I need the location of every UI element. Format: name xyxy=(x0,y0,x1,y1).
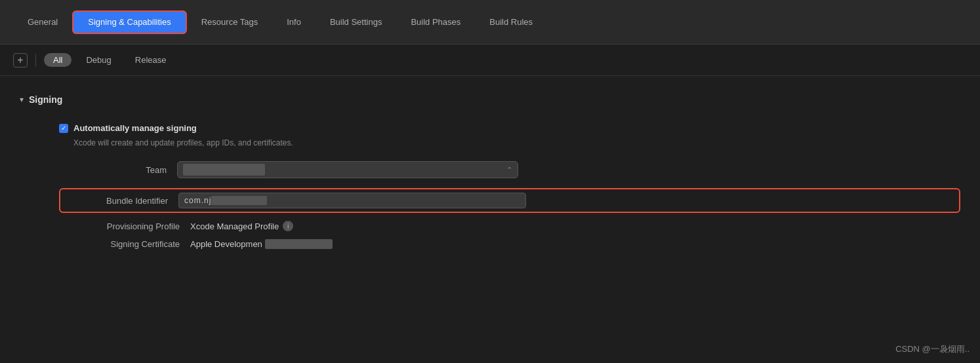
tab-build-phases[interactable]: Build Phases xyxy=(396,10,475,34)
provisioning-row: Provisioning Profile Xcode Managed Profi… xyxy=(59,221,960,231)
subtab-debug[interactable]: Debug xyxy=(77,53,120,67)
provisioning-label: Provisioning Profile xyxy=(59,221,190,231)
subtab-bar: + All Debug Release xyxy=(0,45,980,76)
info-icon[interactable]: i xyxy=(283,221,293,231)
auto-sign-row: ✓ Automatically manage signing xyxy=(59,123,960,133)
tab-build-settings[interactable]: Build Settings xyxy=(316,10,397,34)
main-content: ▾ Signing ✓ Automatically manage signing… xyxy=(0,76,980,270)
signing-certificate-value: Apple Developmen xyxy=(190,239,333,249)
auto-sign-label: Automatically manage signing xyxy=(73,123,197,133)
team-dropdown[interactable]: ⌃ xyxy=(177,161,518,178)
signing-section-title: Signing xyxy=(29,94,62,105)
team-value: ⌃ xyxy=(177,161,571,178)
chevron-down-icon: ⌃ xyxy=(506,166,512,174)
tab-build-rules[interactable]: Build Rules xyxy=(475,10,547,34)
signing-section-header: ▾ Signing xyxy=(20,89,960,110)
auto-sign-checkbox[interactable]: ✓ xyxy=(59,124,68,133)
team-label: Team xyxy=(59,165,177,175)
cert-blurred xyxy=(265,239,333,249)
watermark: CSDN @一袅烟雨.. xyxy=(895,343,970,355)
provisioning-value: Xcode Managed Profile i xyxy=(190,221,293,231)
tab-bar: General Signing & Capabilities Resource … xyxy=(0,0,980,45)
team-row: Team ⌃ xyxy=(59,159,960,180)
chevron-down-icon: ▾ xyxy=(20,95,24,104)
bundle-identifier-input[interactable]: com.nj xyxy=(178,193,526,208)
tab-info[interactable]: Info xyxy=(272,10,316,34)
signing-certificate-label: Signing Certificate xyxy=(59,239,190,249)
separator xyxy=(35,54,36,67)
bundle-identifier-label: Bundle Identifier xyxy=(67,196,178,206)
auto-sign-description: Xcode will create and update profiles, a… xyxy=(73,137,960,149)
tab-general[interactable]: General xyxy=(13,10,72,34)
subtab-all[interactable]: All xyxy=(44,53,71,67)
checkmark-icon: ✓ xyxy=(61,124,66,132)
tab-signing-capabilities[interactable]: Signing & Capabilities xyxy=(72,10,186,34)
signing-content: ✓ Automatically manage signing Xcode wil… xyxy=(20,123,960,249)
tab-resource-tags[interactable]: Resource Tags xyxy=(187,10,272,34)
signing-certificate-row: Signing Certificate Apple Developmen xyxy=(59,239,960,249)
bundle-identifier-row: Bundle Identifier com.nj xyxy=(59,188,960,213)
bundle-identifier-value: com.nj xyxy=(184,196,267,205)
add-capability-button[interactable]: + xyxy=(13,53,28,67)
subtab-release[interactable]: Release xyxy=(126,53,176,67)
team-select-text xyxy=(183,164,265,176)
